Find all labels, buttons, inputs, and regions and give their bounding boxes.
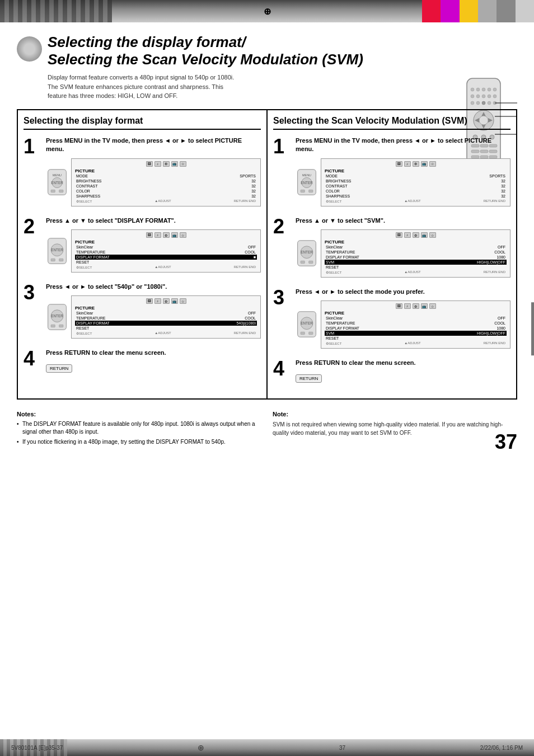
color-gray bbox=[478, 0, 496, 22]
menu-box-header-2-right: 🖼 ♪ ⚙ 📺 ☆ bbox=[325, 232, 507, 238]
menu-screen-3-right: ENTER 🖼 ♪ ⚙ 📺 ☆ PI bbox=[296, 300, 510, 349]
note-item-1: The DISPLAY FORMAT feature is available … bbox=[17, 420, 261, 436]
main-content: Selecting the display format/ Selecting … bbox=[0, 22, 534, 476]
menu-icon-2-3: ⚙ bbox=[163, 232, 170, 238]
menu-row-display-format: DISPLAY FORMAT■ bbox=[75, 255, 257, 260]
step-instruction-1-left: Press MENU in the TV mode, then press ◄ … bbox=[46, 137, 261, 154]
notes-right-column: Note: SVM is not required when viewing s… bbox=[273, 411, 517, 448]
menu-row-color-temp: TEMPERATURECOOL bbox=[75, 250, 257, 255]
menu-row-skinclear: SkinClearOFF bbox=[75, 245, 257, 250]
step-instruction-3-left: Press ◄ or ► to select "540p" or "1080i"… bbox=[46, 283, 261, 291]
menu-row-color-temp-3: TEMPERATURECOOL bbox=[75, 316, 257, 321]
step-number-4-right: 4 bbox=[273, 359, 290, 379]
menu-title-3-left: PICTURE bbox=[75, 306, 257, 311]
step-content-2-left: Press ▲ or ▼ to select "DISPLAY FORMAT".… bbox=[46, 217, 261, 273]
controller-svg-1-left: MENU ENTER bbox=[46, 168, 68, 196]
menu-row-contrast: CONTRAST32 bbox=[75, 184, 257, 189]
menu-box-1-right: 🖼 ♪ ⚙ 📺 ☆ PICTURE MODESPORTS BRIGHTNESS3… bbox=[321, 158, 510, 206]
svg-rect-42 bbox=[59, 190, 63, 192]
menu-icon-3-5: ☆ bbox=[180, 298, 186, 304]
r-menu-icon-3-2: ♪ bbox=[404, 303, 411, 309]
svg-text:ENTER: ENTER bbox=[51, 181, 63, 185]
svg-point-7 bbox=[476, 95, 480, 98]
menu-screen-2-right: ENTER 🖼 ♪ ⚙ 📺 ☆ PI bbox=[296, 229, 510, 278]
svg-point-2 bbox=[476, 88, 480, 91]
color-darkgray bbox=[496, 0, 515, 22]
tv-operation-sidebar: TV operation bbox=[531, 302, 534, 355]
color-yellow bbox=[460, 0, 478, 22]
menu-row-select-2: ⚙SELECT▲ADJUSTRETURN END bbox=[75, 265, 257, 270]
menu-box-2-left: 🖼 ♪ ⚙ 📺 ☆ PICTURE SkinClearOFF TEMPERATU… bbox=[71, 229, 261, 273]
menu-row-select: ⚙SELECT▲ADJUSTRETURN END bbox=[75, 199, 257, 204]
menu-box-header-1-left: 🖼 ♪ ⚙ 📺 ☆ bbox=[75, 161, 257, 167]
r-menu-row-select: ⚙SELECT▲ADJUSTRETURN END bbox=[325, 199, 507, 204]
svg-point-3 bbox=[482, 88, 485, 91]
r-menu-icon-3-4: 📺 bbox=[421, 303, 428, 309]
svg-point-10 bbox=[493, 95, 496, 98]
svg-point-4 bbox=[488, 88, 491, 91]
step-number-2-right: 2 bbox=[273, 217, 290, 237]
menu-title-1-right: PICTURE bbox=[325, 168, 507, 173]
step-3-left: 3 Press ◄ or ► to select "540p" or "1080… bbox=[24, 283, 261, 339]
svg-rect-62 bbox=[301, 261, 305, 264]
menu-icon-3-1: 🖼 bbox=[146, 298, 153, 304]
step-content-4-right: Press RETURN to clear the menu screen. R… bbox=[296, 359, 510, 382]
step-3-right: 3 Press ◄ or ► to select the mode you pr… bbox=[273, 288, 510, 349]
svg-point-6 bbox=[471, 95, 474, 98]
step-1-left: 1 Press MENU in the TV mode, then press … bbox=[24, 137, 261, 206]
svg-rect-52 bbox=[59, 325, 63, 327]
left-column: Selecting the display format 1 Press MEN… bbox=[17, 109, 267, 400]
menu-icon-2-4: 📺 bbox=[171, 232, 178, 238]
color-magenta bbox=[441, 0, 459, 22]
left-column-header: Selecting the display format bbox=[24, 116, 261, 130]
menu-row-reset-3: RESET bbox=[75, 326, 257, 331]
r-menu-icon-2-4: 📺 bbox=[421, 232, 428, 238]
menu-screen-1-left: MENU ENTER 🖼 ♪ ⚙ 📺 bbox=[46, 158, 261, 206]
menu-icon-5: ☆ bbox=[180, 161, 186, 167]
menu-box-3-right: 🖼 ♪ ⚙ 📺 ☆ PICTURE SkinClearOFF TEMPERATU… bbox=[321, 300, 510, 349]
title-sub-text: Selecting the Scan Velocity Modulation (… bbox=[48, 51, 363, 68]
bottom-bar: 5V80101A [E]p35-37 ⊕ 37 2/22/06, 1:16 PM bbox=[0, 739, 534, 756]
step-number-2-left: 2 bbox=[24, 217, 40, 237]
notes-left-title: Notes: bbox=[17, 411, 261, 417]
menu-row-skinclear-3: SkinClearOFF bbox=[75, 311, 257, 316]
footer-left: 5V80101A [E]p35-37 bbox=[11, 745, 63, 751]
step-instruction-4-left: Press RETURN to clear the menu screen. bbox=[46, 349, 261, 357]
r-menu-icon-2: ♪ bbox=[404, 161, 411, 167]
menu-icon-3-4: 📺 bbox=[171, 298, 178, 304]
step-content-1-right: Press MENU in the TV mode, then press ◄ … bbox=[296, 137, 510, 206]
svg-rect-41 bbox=[51, 190, 55, 192]
step-2-right: 2 Press ▲ or ▼ to select "SVM". ENTER bbox=[273, 217, 510, 278]
menu-icon-3: ⚙ bbox=[163, 161, 170, 167]
top-bar-right-colors bbox=[422, 0, 534, 22]
svg-text:MENU: MENU bbox=[302, 173, 311, 176]
menu-row-color: COLOR32 bbox=[75, 189, 257, 194]
svg-text:ENTER: ENTER bbox=[51, 314, 63, 318]
notes-left-column: Notes: The DISPLAY FORMAT feature is ava… bbox=[17, 411, 261, 448]
menu-row-display-format-3: DISPLAY FORMAT540p|1080i bbox=[75, 321, 257, 326]
step-instruction-3-right: Press ◄ or ► to select the mode you pref… bbox=[296, 288, 510, 296]
page-title-main: Selecting the display format/ Selecting … bbox=[48, 34, 363, 68]
notes-left-list: The DISPLAY FORMAT feature is available … bbox=[17, 420, 261, 446]
step-content-3-left: Press ◄ or ► to select "540p" or "1080i"… bbox=[46, 283, 261, 339]
top-bar-left-stripe bbox=[0, 0, 112, 22]
menu-icon-2-5: ☆ bbox=[180, 232, 186, 238]
step-number-4-left: 4 bbox=[24, 349, 40, 369]
step-instruction-2-right: Press ▲ or ▼ to select "SVM". bbox=[296, 217, 510, 225]
controller-svg-3-left: ENTER bbox=[46, 303, 68, 331]
top-bar: ⊕ bbox=[0, 0, 534, 22]
step-2-left: 2 Press ▲ or ▼ to select "DISPLAY FORMAT… bbox=[24, 217, 261, 273]
r-menu-row-sharpness: SHARPNESS32 bbox=[325, 194, 507, 199]
menu-row-brightness: BRIGHTNESS32 bbox=[75, 179, 257, 184]
r-menu-icon-2-5: ☆ bbox=[429, 232, 436, 238]
r-menu-icon-5: ☆ bbox=[429, 161, 436, 167]
step-number-1-left: 1 bbox=[24, 137, 40, 157]
menu-box-header-3-left: 🖼 ♪ ⚙ 📺 ☆ bbox=[75, 298, 257, 304]
r-menu-row-contrast: CONTRAST32 bbox=[325, 184, 507, 189]
right-column: Selecting the Scan Velocity Modulation (… bbox=[267, 109, 517, 400]
menu-box-1-left: 🖼 ♪ ⚙ 📺 ☆ PICTURE MODESPORTS BRIGHTNESS3… bbox=[71, 158, 261, 206]
menu-title-2-left: PICTURE bbox=[75, 240, 257, 245]
svg-point-14 bbox=[488, 101, 491, 105]
r-menu-row-display-format-3: DISPLAY FORMAT1080 bbox=[325, 326, 507, 331]
r-menu-row-brightness: BRIGHTNESS32 bbox=[325, 179, 507, 184]
